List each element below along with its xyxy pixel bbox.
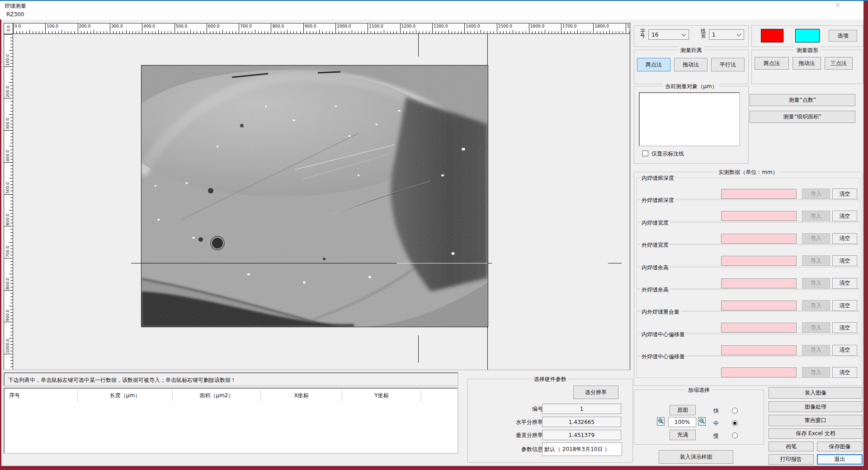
zoom-percent-field[interactable]: 100%: [668, 417, 696, 427]
measured-row: 外焊缝熔深度导入清空: [636, 200, 860, 221]
drawing-canvas[interactable]: 0.0 0.0100.0200.0300.0400.0500.0600.0700…: [4, 23, 630, 370]
measured-value-field[interactable]: [721, 211, 797, 221]
clear-button[interactable]: 清空: [832, 345, 857, 356]
speed-radio[interactable]: [732, 432, 738, 438]
import-button[interactable]: 导入: [802, 345, 830, 356]
hw-vres-field[interactable]: 1.451379: [542, 430, 621, 440]
circle-drag-button[interactable]: 拖动法: [793, 57, 821, 70]
import-button[interactable]: 导入: [802, 278, 830, 289]
measured-value-field[interactable]: [721, 256, 797, 266]
line-width-select[interactable]: 1: [709, 29, 744, 40]
import-button[interactable]: 导入: [802, 188, 830, 199]
frame-bottom: [0, 466, 868, 470]
measurement-line-right-bottom: [487, 326, 488, 370]
select-resolution-button[interactable]: 选分辨率: [573, 385, 618, 399]
import-button[interactable]: 导入: [802, 211, 830, 221]
ruler-corner: 0.0: [4, 23, 13, 34]
import-button[interactable]: 导入: [802, 300, 830, 311]
close-icon[interactable]: ✕: [831, 1, 844, 10]
distance-two-point-button[interactable]: 两点法: [637, 58, 670, 71]
options-button[interactable]: 选项: [829, 30, 857, 42]
data-table[interactable]: 序号长度（μm）面积（μm2）X坐标Y坐标: [4, 388, 458, 454]
measured-value-field[interactable]: [721, 301, 797, 310]
hw-hres-field[interactable]: 1.432665: [542, 417, 621, 427]
load-image-button[interactable]: 装入图像: [769, 387, 863, 399]
clear-button[interactable]: 清空: [832, 233, 857, 244]
measured-row-label: 内外焊缝重合量: [640, 308, 681, 316]
menu-item-rz300[interactable]: RZ300: [6, 11, 24, 18]
distance-drag-button[interactable]: 拖动法: [674, 58, 708, 71]
measurement-tick-right: [488, 263, 492, 263]
measured-row-label: 外焊缝中心偏移量: [640, 353, 686, 361]
hardware-group: 选择硬件参数 选分辨率 编号 1 水平分辨率 1.432665 垂直分辨率 1.…: [467, 379, 633, 463]
measure-circle-title: 测量圆形: [794, 47, 821, 54]
clear-button[interactable]: 清空: [832, 278, 857, 289]
process-image-button[interactable]: 图像处理: [769, 401, 863, 412]
clear-button[interactable]: 清空: [832, 255, 857, 266]
measured-value-field[interactable]: [721, 278, 797, 288]
zoom-in-button[interactable]: [657, 417, 665, 426]
measurement-tick-far-right: [608, 263, 622, 263]
distance-parallel-button[interactable]: 平行法: [711, 58, 745, 71]
table-column-header[interactable]: 长度（μm）: [78, 390, 173, 401]
zoom-out-button[interactable]: [698, 417, 706, 426]
clear-button[interactable]: 清空: [832, 322, 857, 333]
measured-value-field[interactable]: [721, 323, 797, 333]
pen-button[interactable]: 画笔: [769, 442, 814, 451]
measured-value-field[interactable]: [721, 189, 797, 199]
print-report-button[interactable]: 打印报告: [769, 454, 814, 465]
table-column-header[interactable]: 面积（μm2）: [173, 390, 261, 401]
import-button[interactable]: 导入: [802, 367, 830, 378]
measured-value-field[interactable]: [721, 234, 797, 244]
measurement-line-horizontal-inverted: [397, 263, 487, 263]
fit-button[interactable]: 充满: [670, 430, 696, 440]
speed-radio[interactable]: [732, 408, 738, 414]
chevron-down-icon: [737, 32, 741, 37]
speed-radio[interactable]: [732, 420, 738, 426]
clear-button[interactable]: 清空: [832, 300, 857, 311]
chevron-down-icon: [682, 32, 686, 37]
current-object-listbox[interactable]: [639, 92, 740, 146]
menu-bar: RZ300: [0, 10, 863, 19]
measured-data-group: 实测数据（单位：mm） 内焊缝熔深度导入清空外焊缝熔深度导入清空内焊缝宽度导入清…: [634, 172, 863, 386]
measured-value-field[interactable]: [721, 367, 797, 377]
horizontal-ruler: 0.0100.0200.0300.0400.0500.0600.0700.080…: [13, 23, 630, 34]
hw-id-field[interactable]: 1: [542, 404, 621, 414]
measured-row-label: 外焊缝余高: [640, 286, 670, 294]
exit-button[interactable]: 退出: [817, 454, 863, 465]
status-text: 下边列表中，单击鼠标左键可选中某一行数据，该数据可被导入；单击鼠标右键可删除该数…: [8, 376, 236, 384]
save-excel-button[interactable]: 保存 Excel 文档: [769, 428, 863, 439]
clear-button[interactable]: 清空: [832, 367, 857, 378]
save-image-button[interactable]: 保存图像: [817, 442, 863, 451]
measured-row-label: 外焊缝宽度: [640, 241, 670, 249]
clear-button[interactable]: 清空: [832, 211, 857, 221]
import-button[interactable]: 导入: [802, 233, 830, 244]
measured-row: 内焊缝熔深度导入清空: [636, 178, 860, 199]
weld-specimen-image: [141, 65, 488, 327]
show-annotation-label: 仅显示标注线: [651, 150, 684, 158]
circle-three-point-button[interactable]: 三点法: [825, 57, 853, 70]
import-button[interactable]: 导入: [802, 255, 830, 266]
measure-points-button[interactable]: 测量“点数”: [750, 94, 855, 106]
measure-area-button[interactable]: 测量“组织面积”: [750, 111, 855, 123]
table-column-header[interactable]: X坐标: [261, 390, 342, 401]
measured-row: 内外焊缝重合量导入清空: [636, 311, 860, 333]
measured-row-label: 外焊缝熔深度: [640, 197, 675, 204]
show-annotation-checkbox[interactable]: [642, 150, 648, 156]
table-column-header[interactable]: Y坐标: [342, 390, 421, 401]
color-swatch-red[interactable]: [761, 29, 783, 42]
hw-param-field[interactable]: 默认（ 2018年3月10日 ）: [542, 442, 622, 456]
measured-row: 内焊缝余高导入清空: [636, 267, 860, 289]
original-size-button[interactable]: 原图: [670, 405, 696, 415]
import-button[interactable]: 导入: [802, 322, 830, 333]
clear-button[interactable]: 清空: [832, 188, 857, 199]
redraw-window-button[interactable]: 重画窗口: [769, 415, 863, 426]
measured-value-field[interactable]: [721, 345, 797, 355]
load-demo-button[interactable]: 装入演示样图: [659, 450, 733, 464]
color-swatch-cyan[interactable]: [795, 29, 820, 42]
circle-two-point-button[interactable]: 两点法: [755, 57, 789, 70]
font-size-select[interactable]: 16: [648, 29, 689, 40]
speed-label: 慢: [713, 432, 719, 440]
measurement-line-vertical-bottom: [418, 335, 419, 362]
table-column-header[interactable]: 序号: [5, 390, 78, 401]
